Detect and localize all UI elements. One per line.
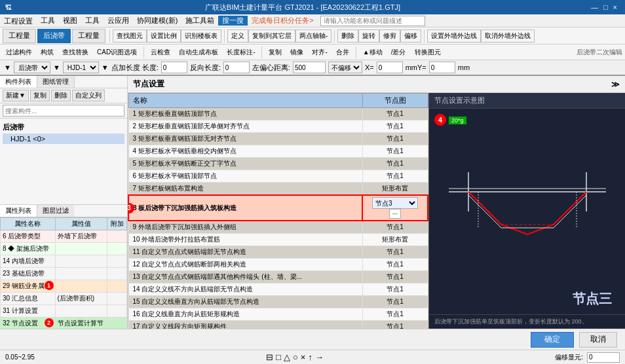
btn-zidong-banbao[interactable]: 自动生成布板	[176, 46, 221, 58]
tree-item-hjd1[interactable]: HJD-1 <0>	[3, 134, 124, 144]
function-search-input[interactable]	[320, 16, 425, 26]
bottom-icon-6[interactable]: ↑	[308, 352, 312, 362]
btn-guolvgoujiian[interactable]: 过滤构件	[3, 46, 35, 58]
bottom-icon-1[interactable]: ⊟	[266, 352, 273, 362]
node-row-7[interactable]: 7 矩形栏板钢筋布置构造 矩形布置	[128, 183, 428, 196]
node-table-area: 名称 节点图 1 矩形栏板垂直钢筋顶部节点 节点1 2 矩形栏板垂直钢筋顶部无单…	[128, 93, 428, 329]
btn-shezhibili[interactable]: 设置比例	[147, 29, 181, 43]
tab-gongchengliangji[interactable]: 工程量	[3, 29, 36, 43]
node-row-8-highlighted[interactable]: 3 8 板后浇带下沉加强筋插入筑板构造 节点3 ···	[128, 195, 428, 221]
node-row-8-more-btn[interactable]: ···	[389, 209, 401, 219]
node-row-2[interactable]: 2 矩形栏板垂直钢筋顶部无单侧对齐节点 节点1	[128, 120, 428, 133]
btn-chafen[interactable]: /差分	[388, 46, 409, 58]
close-panel-btn[interactable]: ≫	[611, 80, 620, 89]
tab-drawing-mgmt[interactable]: 图纸管理	[37, 76, 75, 88]
btn-custom-col[interactable]: 自定义列	[72, 90, 105, 101]
bottom-icon-2[interactable]: □	[276, 352, 281, 362]
node-row-9[interactable]: 9 外墙后浇带下沉加强筋插入外侧组 节点1	[128, 221, 428, 234]
btn-zhuanhuantuyuan[interactable]: 转换图元	[411, 46, 444, 58]
tab-gongcheng[interactable]: 工程量	[72, 29, 105, 43]
btn-chazhaotihuan[interactable]: 查找替换	[59, 46, 92, 58]
btn-jingxiang[interactable]: 镜像	[287, 46, 307, 58]
btn-quxiao-waiqiang[interactable]: 取消外墙外边线	[481, 29, 535, 43]
menu-item-gongcheng[interactable]: 工程设置	[0, 14, 37, 27]
tab-attr-list[interactable]: 属性列表	[0, 205, 37, 217]
bottom-icon-5[interactable]: ×	[301, 352, 306, 362]
menu-item-shigong[interactable]: 施工具箱	[181, 16, 218, 26]
node-row-1[interactable]: 1 矩形栏板垂直钢筋顶部节点 节点1	[128, 108, 428, 120]
btn-dingyi[interactable]: 定义	[227, 29, 248, 43]
prop-offset-select[interactable]: 不偏移	[328, 62, 362, 73]
table-row: 30 汇总信息 (后浇带面积)	[1, 293, 127, 305]
close-btn[interactable]: ×	[613, 3, 617, 11]
btn-cad-shitu[interactable]: CAD识图选项	[94, 46, 140, 58]
btn-yunjiancha[interactable]: 云检查	[147, 46, 174, 58]
prop-x-input[interactable]	[377, 62, 403, 73]
btn-copy[interactable]: 复制	[30, 90, 50, 101]
btn-duiqi[interactable]: 对齐-	[309, 46, 330, 58]
btn-fuzhi[interactable]: 复制	[265, 46, 285, 58]
bottom-icon-3[interactable]: △	[284, 352, 290, 362]
menu-item-gongju2[interactable]: 工具	[81, 16, 104, 26]
minimize-btn[interactable]: —	[591, 3, 598, 11]
maximize-btn[interactable]: □	[603, 3, 608, 11]
btn-chazhaotuyuan[interactable]: 查找图元	[113, 29, 147, 43]
btn-fuzhi-qitalayer[interactable]: 复制到其它层	[248, 29, 295, 43]
prop-id-select[interactable]: HJD-1	[63, 62, 99, 73]
menu-item-xietong[interactable]: 协同建模(新)	[133, 16, 181, 26]
btn-hebing[interactable]: 合并	[333, 46, 352, 58]
menu-item-yunyingyong[interactable]: 云应用	[104, 16, 133, 26]
node-row-15[interactable]: 15 自定义义线垂直方向从筋端部无节点构造 节点1	[128, 296, 428, 308]
attr-col-extra: 附加	[107, 218, 127, 230]
table-row-node-settings[interactable]: 32 节点设置 2 节点设置计算节	[1, 318, 127, 329]
node-row-5[interactable]: 5 矩形栏板水平钢筋断正交丁字节点 节点1	[128, 158, 428, 170]
menu-daily-task[interactable]: 完成每日积分任务>	[248, 16, 317, 26]
cancel-button[interactable]: 取消	[579, 332, 617, 348]
btn-gouzhu[interactable]: 构筑	[37, 46, 57, 58]
node-row-16[interactable]: 16 自定义线垂直方向从筋矩形规构造 节点1	[128, 308, 428, 321]
prop-y-input[interactable]	[429, 62, 455, 73]
col-header-name: 名称	[128, 94, 362, 108]
menu-item-gongju[interactable]: 工具	[37, 16, 59, 26]
ok-button[interactable]: 确定	[531, 332, 574, 348]
tab-component-list[interactable]: 构件列表	[0, 76, 37, 88]
prop-left-offset-input[interactable]	[293, 62, 326, 73]
prop-reverse-input[interactable]	[223, 62, 250, 73]
btn-delete[interactable]: 删除	[51, 90, 71, 101]
tab-layer-filter[interactable]: 图层过滤	[37, 205, 74, 217]
btn-shezhi-waiqiang[interactable]: 设置外墙外边线	[427, 29, 481, 43]
btn-shibiemubiaobiao[interactable]: 识别楼板表	[181, 29, 221, 43]
btn-pianyí[interactable]: 偏移	[400, 29, 421, 43]
node-row-11[interactable]: 11 自定义节点点式钢筋端部无节点构造 节点1	[128, 246, 428, 259]
bottom-icon-4[interactable]: ○	[293, 352, 298, 362]
node-row-4[interactable]: 4 矩形栏板水平钢筋垂相交内侧节点 节点1	[128, 145, 428, 158]
offset-input[interactable]	[587, 352, 620, 363]
tab-houliaodai[interactable]: 后浇带	[37, 29, 71, 43]
bottom-icon-7[interactable]: →	[315, 352, 324, 362]
prop-type-select[interactable]: 后浇带	[14, 62, 50, 73]
prop-length-input[interactable]	[161, 62, 187, 73]
btn-shanchu[interactable]: 删除	[337, 29, 358, 43]
table-row-gaojin-attrs: 29 钢筋业务属性 1	[1, 280, 127, 293]
component-search-input[interactable]	[3, 105, 124, 117]
node-preview-panel: 节点设置示意图 4 20*g	[428, 93, 625, 329]
btn-new[interactable]: 新建▼	[3, 90, 29, 101]
btn-yidong[interactable]: ▲移动	[360, 46, 386, 58]
node-row-3[interactable]: 3 矩形栏板垂直钢筋顶部无对齐节点 节点1	[128, 133, 428, 145]
btn-xuanzhuan[interactable]: 旋转	[358, 29, 379, 43]
menu-bar: 工程设置 工具 视图 工具 云应用 协同建模(新) 施工具箱 搜一搜 完成每日积…	[0, 14, 625, 27]
btn-changdu-biaozhu[interactable]: 长度标注-	[223, 46, 258, 58]
node-row-12[interactable]: 12 自定义节点点式钢筋断部两相关构造 节点1	[128, 259, 428, 271]
btn-liangdianzhou[interactable]: 两点轴轴-	[295, 29, 331, 43]
node-row-6[interactable]: 6 矩形栏板水平钢筋顶部节点 节点1	[128, 170, 428, 183]
menu-item-shitu[interactable]: 视图	[59, 16, 81, 26]
node-row-13[interactable]: 13 自定义节点点式钢筋端部遇其他构件端头 (柱、墙、梁... 节点1	[128, 271, 428, 283]
node-row-17[interactable]: 17 自定义义线段方向矩形规构件 节点1	[128, 321, 428, 329]
node-row-14[interactable]: 14 自定义义线不方向从筋端部无节点构造 节点1	[128, 283, 428, 296]
node-diagram-svg	[442, 153, 613, 270]
table-row: 8 ◆ 架施后浇带	[1, 243, 127, 255]
btn-xiujian[interactable]: 修剪	[379, 29, 400, 43]
node-row-8-select[interactable]: 节点3	[372, 197, 418, 209]
menu-search-btn[interactable]: 搜一搜	[218, 16, 248, 26]
node-row-10[interactable]: 10 外墙后浇带外打拉筋布置筋 矩形布置	[128, 234, 428, 246]
